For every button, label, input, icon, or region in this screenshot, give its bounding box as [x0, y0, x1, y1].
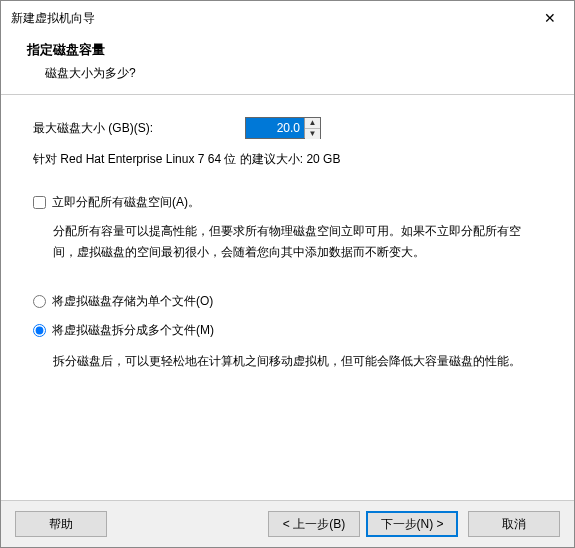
split-file-radio[interactable]: [33, 324, 46, 337]
spinner-buttons[interactable]: ▲ ▼: [304, 118, 320, 138]
wizard-heading: 指定磁盘容量: [27, 41, 548, 59]
spinner-up-icon[interactable]: ▲: [305, 118, 320, 129]
split-file-radio-row[interactable]: 将虚拟磁盘拆分成多个文件(M): [33, 322, 542, 339]
back-button[interactable]: < 上一步(B): [268, 511, 360, 537]
split-description: 拆分磁盘后，可以更轻松地在计算机之间移动虚拟机，但可能会降低大容量磁盘的性能。: [33, 351, 542, 372]
disk-size-row: 最大磁盘大小 (GB)(S): ▲ ▼: [33, 117, 542, 139]
nav-buttons: < 上一步(B) 下一步(N) >: [268, 511, 458, 537]
single-file-radio-row[interactable]: 将虚拟磁盘存储为单个文件(O): [33, 293, 542, 310]
single-file-radio[interactable]: [33, 295, 46, 308]
allocate-checkbox-label: 立即分配所有磁盘空间(A)。: [52, 194, 200, 211]
allocate-checkbox[interactable]: [33, 196, 46, 209]
wizard-header: 指定磁盘容量 磁盘大小为多少?: [1, 35, 574, 94]
allocate-checkbox-row[interactable]: 立即分配所有磁盘空间(A)。: [33, 194, 542, 211]
recommended-size-text: 针对 Red Hat Enterprise Linux 7 64 位 的建议大小…: [33, 151, 542, 168]
disk-size-spinner[interactable]: ▲ ▼: [245, 117, 321, 139]
wizard-footer: 帮助 < 上一步(B) 下一步(N) > 取消: [1, 500, 574, 547]
cancel-button[interactable]: 取消: [468, 511, 560, 537]
next-button[interactable]: 下一步(N) >: [366, 511, 458, 537]
disk-size-input[interactable]: [246, 118, 304, 138]
wizard-subheading: 磁盘大小为多少?: [27, 65, 548, 82]
spinner-down-icon[interactable]: ▼: [305, 129, 320, 139]
help-button[interactable]: 帮助: [15, 511, 107, 537]
disk-size-label: 最大磁盘大小 (GB)(S):: [33, 120, 245, 137]
single-file-radio-label: 将虚拟磁盘存储为单个文件(O): [52, 293, 213, 310]
window-title: 新建虚拟机向导: [11, 10, 95, 27]
titlebar: 新建虚拟机向导 ✕: [1, 1, 574, 35]
allocate-description: 分配所有容量可以提高性能，但要求所有物理磁盘空间立即可用。如果不立即分配所有空间…: [33, 221, 542, 263]
split-file-radio-label: 将虚拟磁盘拆分成多个文件(M): [52, 322, 214, 339]
close-button[interactable]: ✕: [534, 7, 566, 29]
wizard-content: 最大磁盘大小 (GB)(S): ▲ ▼ 针对 Red Hat Enterpris…: [1, 95, 574, 500]
